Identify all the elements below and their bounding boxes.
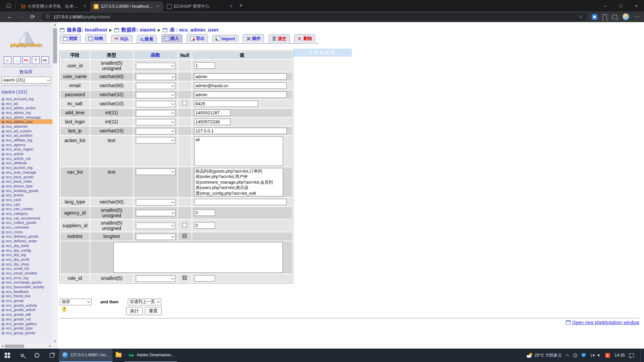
- sidebar-table-item[interactable]: ecs_category: [0, 211, 52, 216]
- sidebar-table-item[interactable]: ecs_drp_profit: [0, 257, 52, 262]
- sql-window-icon[interactable]: SQL: [22, 56, 30, 64]
- back-icon[interactable]: ←: [4, 13, 15, 20]
- sidebar-table-item[interactable]: ecs_agency: [0, 142, 52, 147]
- close-window-button[interactable]: ×: [629, 0, 644, 11]
- taskbar-search-button[interactable]: [15, 349, 30, 362]
- after-insert-select[interactable]: 后退到上一页: [128, 299, 161, 305]
- close-tab-icon[interactable]: ×: [155, 4, 161, 9]
- database-select[interactable]: xiaomi (151): [1, 77, 51, 83]
- sidebar-table-item[interactable]: ecs_feedback: [0, 289, 52, 294]
- browser-tab-ecshop[interactable]: ECSHOP 管理中心 ×: [163, 1, 236, 11]
- home-icon[interactable]: ⌂: [4, 56, 11, 64]
- browser-tab-xiaomi[interactable]: 小米官网小米手机、红米手机、 ×: [17, 1, 90, 11]
- tab-operations[interactable]: 操作: [243, 34, 264, 43]
- scroll-right-arrow[interactable]: ►: [48, 344, 52, 349]
- scroll-left-arrow[interactable]: ◄: [0, 344, 5, 349]
- breadcrumb-table-label[interactable]: 表 :: [170, 27, 178, 33]
- function-select[interactable]: [136, 74, 175, 80]
- function-select[interactable]: [136, 199, 175, 205]
- sidebar-table-item[interactable]: ecs_goods_article: [0, 308, 52, 312]
- bluetooth-icon[interactable]: ᛒ: [590, 353, 593, 358]
- sidebar-table-item[interactable]: ecs_exchange_goods: [0, 280, 52, 285]
- scroll-up-arrow[interactable]: ▲: [52, 22, 58, 27]
- function-select[interactable]: [136, 119, 175, 125]
- tab-structure[interactable]: 结构: [85, 34, 106, 43]
- sidebar-table-item[interactable]: ecs_back_order: [0, 179, 52, 184]
- function-select[interactable]: [136, 223, 175, 229]
- hint-bulb-icon[interactable]: [62, 307, 66, 311]
- extension-icon[interactable]: [592, 14, 597, 20]
- function-select[interactable]: [136, 63, 175, 69]
- tab-import[interactable]: Import: [212, 35, 238, 42]
- value-input-user_id[interactable]: [194, 62, 215, 69]
- function-select[interactable]: [136, 210, 175, 216]
- sidebar-table-item[interactable]: ecs_ad_position: [0, 133, 52, 138]
- tab-insert[interactable]: 插入: [161, 34, 182, 43]
- show-desktop-button[interactable]: [640, 349, 642, 362]
- minimize-button[interactable]: –: [598, 0, 613, 11]
- value-input-lang_type[interactable]: [194, 199, 287, 205]
- sidebar-table-item[interactable]: ecs_ad_custom: [0, 129, 52, 133]
- tab-search[interactable]: 搜索: [137, 35, 157, 43]
- value-input-suppliers_id[interactable]: [194, 222, 215, 229]
- logout-icon[interactable]: →: [13, 56, 21, 64]
- sidebar-table-item[interactable]: ecs_goods_type: [0, 326, 52, 330]
- volume-icon[interactable]: [597, 354, 599, 357]
- function-select[interactable]: [136, 169, 175, 175]
- sidebar-table-item[interactable]: ecs_cart: [0, 202, 52, 207]
- refresh-icon[interactable]: ⟳: [27, 13, 38, 20]
- breadcrumb-server-label[interactable]: 服务器:: [67, 27, 84, 33]
- sidebar-table-item[interactable]: ecs_drp_shop: [0, 262, 52, 266]
- close-tab-icon[interactable]: ×: [228, 4, 234, 9]
- sidebar-table-item[interactable]: ecs_collect_goods: [0, 221, 52, 225]
- sidebar-table-item[interactable]: ecs_brand: [0, 193, 52, 197]
- reset-button[interactable]: 重置: [145, 307, 162, 315]
- value-textarea-action_list[interactable]: all: [194, 136, 283, 166]
- function-select[interactable]: [136, 234, 175, 240]
- tab-browse[interactable]: 浏览: [60, 34, 81, 43]
- taskbar-app-explorer[interactable]: [112, 349, 125, 362]
- more-menu-icon[interactable]: ⋯: [635, 14, 640, 20]
- sidebar-table-item[interactable]: ecs_auction_log: [0, 165, 52, 170]
- task-view-button[interactable]: [44, 349, 59, 362]
- favorites-icon[interactable]: [603, 14, 607, 19]
- function-select[interactable]: [136, 101, 175, 107]
- security-shield-icon[interactable]: [582, 353, 586, 358]
- null-checkbox[interactable]: [182, 234, 187, 238]
- save-select[interactable]: 保存: [60, 299, 92, 305]
- tab-export[interactable]: 导出: [187, 34, 208, 43]
- docs-icon[interactable]: ?: [32, 56, 40, 64]
- sidebar-table-item[interactable]: ecs_area_region: [0, 147, 52, 152]
- cortana-button[interactable]: [30, 349, 44, 362]
- sidebar-table-item[interactable]: ecs_drp_bank: [0, 243, 52, 248]
- value-input-password[interactable]: [194, 92, 287, 98]
- sidebar-table-item[interactable]: ecs_booking_goods: [0, 188, 52, 193]
- sidebar-table-item[interactable]: ecs_goods_activity: [0, 303, 52, 308]
- tab-drop[interactable]: 删除: [294, 34, 315, 43]
- sidebar-table-item[interactable]: ecs_admin_message: [0, 115, 52, 120]
- sidebar-table-item[interactable]: ecs_affiliate_log: [0, 138, 52, 142]
- sidebar-table-item[interactable]: ecs_cat_recommend: [0, 216, 52, 221]
- collections-icon[interactable]: [612, 15, 617, 19]
- null-checkbox[interactable]: [182, 223, 187, 227]
- new-tab-button[interactable]: +: [239, 2, 243, 9]
- query-window-icon[interactable]: SQL: [41, 56, 49, 64]
- sidebar-table-item[interactable]: ecs_article_cat: [0, 156, 52, 161]
- action-center-icon[interactable]: [629, 353, 634, 357]
- sidebar-table-item[interactable]: ecs_auto_manage: [0, 170, 52, 175]
- value-input-email[interactable]: [194, 82, 287, 89]
- sidebar-table-item[interactable]: ecs_goods_gallery: [0, 321, 52, 326]
- sidebar-table-item[interactable]: ecs_error_log: [0, 276, 52, 280]
- sidebar-table-item[interactable]: ecs_email_list: [0, 266, 52, 271]
- value-textarea-nav_list[interactable]: 商品列表|goods.php?act=list,订单列表|order.php?a…: [194, 168, 283, 196]
- open-new-window-link[interactable]: Open new phpMyAdmin window: [572, 320, 639, 325]
- sidebar-table-item[interactable]: ecs_article: [0, 152, 52, 156]
- sidebar-table-item[interactable]: ecs_bonus_type: [0, 184, 52, 188]
- breadcrumb-table[interactable]: ecs_admin_user: [179, 27, 219, 33]
- sidebar-table-item[interactable]: ecs_admin_user: [0, 119, 52, 124]
- weather-widget[interactable]: 25°C 大部多云: [527, 353, 562, 358]
- taskbar-app-dreamweaver[interactable]: Dw Adobe Dreamweav...: [125, 349, 177, 362]
- input-method-icon[interactable]: S: [605, 353, 610, 358]
- sidebar-table-item[interactable]: ecs_delivery_goods: [0, 234, 52, 239]
- sidebar-table-item[interactable]: ecs_drp_log: [0, 252, 52, 257]
